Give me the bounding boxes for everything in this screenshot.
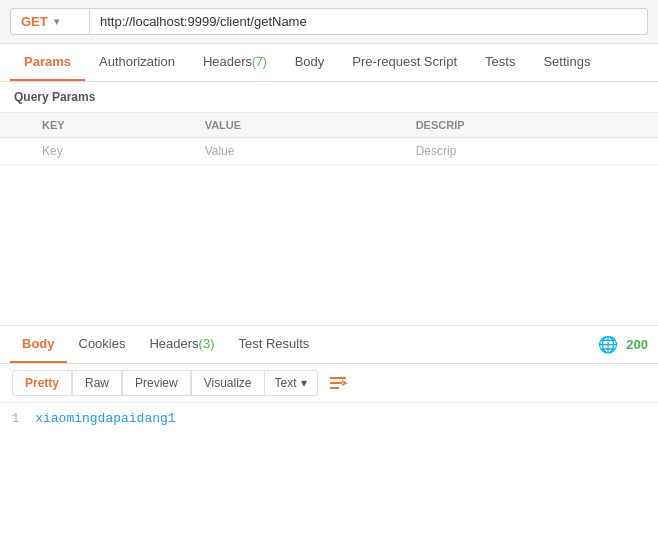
response-toolbar: Pretty Raw Preview Visualize Text ▾ — [0, 364, 658, 403]
descrip-placeholder[interactable]: Descrip — [404, 138, 658, 165]
tab-body[interactable]: Body — [281, 44, 339, 81]
url-input[interactable] — [90, 8, 648, 35]
format-chevron: ▾ — [301, 376, 307, 390]
key-placeholder[interactable]: Key — [30, 138, 193, 165]
row-checkbox-cell — [0, 138, 30, 165]
response-tab-body[interactable]: Body — [10, 326, 67, 363]
request-tabs: Params Authorization Headers(7) Body Pre… — [0, 44, 658, 82]
response-body: 1xiaomingdapaidang1 — [0, 403, 658, 434]
view-preview-button[interactable]: Preview — [122, 370, 191, 396]
params-table: KEY VALUE DESCRIP Key Value Descrip — [0, 112, 658, 165]
response-tabs: Body Cookies Headers(3) Test Results 🌐 2… — [0, 326, 658, 364]
value-col-header: VALUE — [193, 113, 404, 138]
checkbox-col-header — [0, 113, 30, 138]
url-bar: GET ▾ — [0, 0, 658, 44]
response-tab-headers[interactable]: Headers(3) — [137, 326, 226, 363]
response-tab-cookies[interactable]: Cookies — [67, 326, 138, 363]
response-line-1-value: xiaomingdapaidang1 — [35, 411, 175, 426]
query-params-label: Query Params — [0, 82, 658, 112]
view-visualize-button[interactable]: Visualize — [191, 370, 265, 396]
params-empty-row: Key Value Descrip — [0, 138, 658, 165]
tab-pre-request-script[interactable]: Pre-request Script — [338, 44, 471, 81]
view-pretty-button[interactable]: Pretty — [12, 370, 72, 396]
response-right-info: 🌐 200 — [598, 335, 648, 354]
key-col-header: KEY — [30, 113, 193, 138]
value-placeholder[interactable]: Value — [193, 138, 404, 165]
tab-authorization[interactable]: Authorization — [85, 44, 189, 81]
view-raw-button[interactable]: Raw — [72, 370, 122, 396]
method-select[interactable]: GET ▾ — [10, 8, 90, 35]
tab-headers[interactable]: Headers(7) — [189, 44, 281, 81]
tab-params[interactable]: Params — [10, 44, 85, 81]
globe-icon: 🌐 — [598, 335, 618, 354]
tab-tests[interactable]: Tests — [471, 44, 529, 81]
line-number-1: 1 — [12, 412, 19, 426]
method-chevron: ▾ — [54, 16, 59, 27]
response-section: Body Cookies Headers(3) Test Results 🌐 2… — [0, 325, 658, 434]
response-tab-test-results[interactable]: Test Results — [227, 326, 322, 363]
format-label: Text — [275, 376, 297, 390]
method-label: GET — [21, 14, 48, 29]
wrap-icon[interactable] — [328, 374, 348, 392]
descrip-col-header: DESCRIP — [404, 113, 658, 138]
tab-settings[interactable]: Settings — [529, 44, 604, 81]
format-dropdown[interactable]: Text ▾ — [265, 370, 318, 396]
status-badge: 200 — [626, 337, 648, 352]
empty-space — [0, 165, 658, 325]
